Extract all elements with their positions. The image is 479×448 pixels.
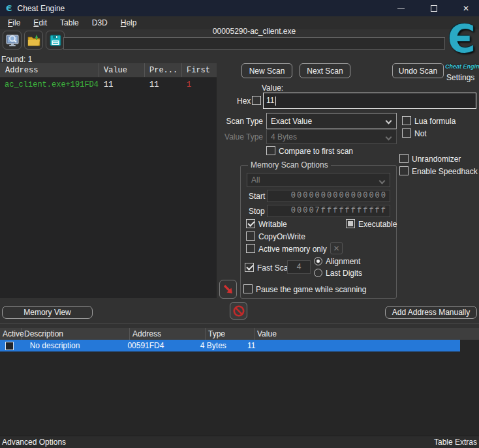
memory-region-dropdown: All (247, 173, 390, 187)
address-table-row[interactable]: No description 00591FD4 4 Bytes 11 (0, 340, 460, 351)
start-label: Start (249, 192, 265, 201)
attached-process-name: 00005290-ac_client.exe (63, 27, 445, 36)
memory-scan-options-title: Memory Scan Options (248, 160, 331, 170)
chevron-down-icon (386, 118, 392, 125)
hex-checkbox[interactable] (252, 96, 261, 105)
table-extras-link[interactable]: Table Extras (434, 438, 477, 447)
save-table-button[interactable] (46, 31, 65, 50)
found-column-value[interactable]: Value (99, 63, 145, 77)
fast-scan-checkbox[interactable] (245, 263, 254, 272)
cheat-engine-window: Є Cheat Engine ✕ File Edit Table D3D Hel… (0, 0, 479, 448)
save-floppy-icon (48, 33, 63, 48)
cheat-engine-logo[interactable]: Є (448, 18, 476, 60)
window-title: Cheat Engine (18, 4, 65, 13)
executable-label: Executable (358, 220, 397, 229)
found-row-first: 1 (182, 80, 217, 89)
cancel-scan-button[interactable] (230, 302, 247, 320)
text-caret (275, 97, 276, 106)
active-memory-only-checkbox[interactable] (246, 244, 255, 253)
new-scan-button[interactable]: New Scan (241, 63, 292, 78)
minimize-icon (397, 8, 405, 8)
active-memory-only-label: Active memory only (258, 245, 327, 254)
lua-formula-label: Lua formula (414, 117, 456, 126)
open-folder-icon (27, 33, 41, 48)
last-digits-label: Last Digits (326, 269, 362, 278)
menu-edit[interactable]: Edit (27, 17, 54, 29)
chevron-down-icon (379, 178, 386, 185)
no-entry-icon (232, 305, 245, 318)
column-address[interactable]: Address (130, 328, 206, 340)
active-cell (0, 342, 21, 350)
unrandomizer-checkbox[interactable] (399, 154, 409, 163)
cheat-engine-app-icon: Є (6, 3, 12, 13)
red-arrow-down-right-icon (223, 284, 234, 295)
maximize-icon (431, 5, 437, 12)
compare-first-scan-label: Compare to first scan (279, 147, 353, 156)
scan-type-dropdown[interactable]: Exact Value (266, 113, 397, 129)
pause-game-label: Pause the game while scanning (256, 285, 366, 294)
not-label: Not (414, 129, 427, 138)
found-row[interactable]: ac_client.exe+191FD4 11 11 1 (0, 78, 217, 91)
minimize-button[interactable] (390, 0, 412, 16)
compare-first-scan-checkbox[interactable] (266, 146, 275, 155)
column-active[interactable]: Active (0, 328, 22, 340)
hex-label: Hex (237, 97, 251, 106)
next-scan-button[interactable]: Next Scan (300, 63, 350, 78)
copyonwrite-checkbox[interactable] (246, 231, 255, 241)
column-value[interactable]: Value (255, 328, 479, 340)
add-selected-address-button[interactable] (219, 280, 237, 299)
add-address-manually-button[interactable]: Add Address Manually (385, 306, 477, 319)
found-column-first[interactable]: First (182, 63, 217, 77)
undo-scan-button[interactable]: Undo Scan (392, 63, 444, 78)
executable-checkbox[interactable] (346, 219, 355, 228)
start-address-input: 0000000000000000 (267, 190, 390, 202)
lua-formula-checkbox[interactable] (402, 116, 411, 125)
titlebar: Є Cheat Engine ✕ (0, 0, 479, 16)
select-process-icon (5, 33, 20, 48)
alignment-radio[interactable] (314, 257, 322, 265)
enable-speedhack-label: Enable Speedhack (412, 167, 478, 176)
enable-speedhack-checkbox[interactable] (399, 166, 409, 175)
address-cell: 00591FD4 (125, 341, 197, 350)
menu-file[interactable]: File (1, 17, 27, 29)
found-column-address[interactable]: Address (0, 63, 99, 77)
found-list-header: Address Value Pre... First (0, 63, 217, 78)
value-type-dropdown: 4 Bytes (266, 129, 397, 144)
value-type-label: Value Type (215, 132, 263, 142)
writable-label: Writable (258, 220, 287, 229)
column-description[interactable]: Description (22, 328, 130, 340)
stop-label: Stop (249, 207, 265, 216)
maximize-button[interactable] (423, 0, 445, 16)
not-checkbox[interactable] (402, 128, 411, 138)
footer-bar: Advanced Options Table Extras (0, 436, 479, 448)
scan-value-input[interactable]: 11 (263, 93, 476, 109)
found-list: Address Value Pre... First ac_client.exe… (0, 63, 217, 298)
cheat-engine-logo-caption: Cheat Engine (445, 63, 479, 70)
last-digits-radio[interactable] (314, 269, 322, 277)
address-table: No description 00591FD4 4 Bytes 11 ▲ ▼ (0, 340, 479, 436)
close-button[interactable]: ✕ (455, 0, 477, 16)
separator (0, 323, 479, 324)
scan-type-label: Scan Type (215, 117, 263, 126)
found-row-value: 11 (99, 80, 145, 89)
clear-region-button: ✕ (330, 242, 343, 254)
x-icon: ✕ (333, 244, 339, 253)
column-type[interactable]: Type (206, 328, 255, 340)
pause-game-checkbox[interactable] (243, 284, 253, 293)
found-count-label: Found: 1 (1, 55, 32, 64)
address-table-header: Active Description Address Type Value (0, 328, 479, 340)
settings-link[interactable]: Settings (446, 73, 474, 82)
writable-checkbox[interactable] (246, 219, 255, 228)
unrandomizer-label: Unrandomizer (412, 155, 461, 164)
select-process-button[interactable] (3, 31, 22, 50)
type-cell: 4 Bytes (198, 341, 245, 350)
advanced-options-link[interactable]: Advanced Options (2, 438, 66, 447)
found-column-previous[interactable]: Pre... (145, 63, 182, 77)
value-label: Value: (262, 83, 283, 93)
found-row-previous: 11 (145, 80, 182, 89)
scan-progress-bar (63, 37, 445, 50)
row-active-checkbox[interactable] (5, 342, 14, 350)
memory-view-button[interactable]: Memory View (2, 306, 93, 319)
open-table-button[interactable] (24, 31, 43, 50)
copyonwrite-label: CopyOnWrite (258, 232, 305, 241)
